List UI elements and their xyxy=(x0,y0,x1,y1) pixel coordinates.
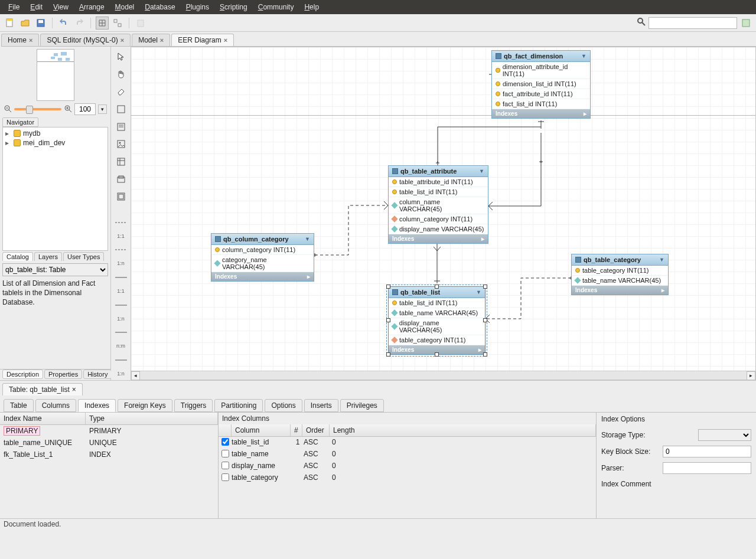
menu-database[interactable]: Database xyxy=(140,1,180,13)
tab-description[interactable]: Description xyxy=(2,370,43,379)
close-icon[interactable]: × xyxy=(72,385,76,394)
note-tool-icon[interactable] xyxy=(115,120,128,133)
column-checkbox[interactable] xyxy=(221,473,229,481)
navigator-tab[interactable]: Navigator xyxy=(2,117,38,127)
resize-handle[interactable] xyxy=(435,352,439,357)
close-icon[interactable]: × xyxy=(29,37,32,44)
pointer-tool-icon[interactable] xyxy=(115,50,128,63)
new-document-icon[interactable] xyxy=(4,17,17,30)
catalog-item[interactable]: ▸mydb xyxy=(5,129,105,138)
expand-icon[interactable]: ▸ xyxy=(481,236,484,242)
menu-view[interactable]: View xyxy=(48,1,73,13)
rel-1-n-solid-icon[interactable] xyxy=(115,299,128,312)
expand-icon[interactable]: ▸ xyxy=(478,346,481,353)
catalog-item[interactable]: ▸mei_dim_dev xyxy=(5,138,105,148)
col-head-order[interactable]: Order xyxy=(302,424,330,436)
close-icon[interactable]: × xyxy=(224,37,227,44)
menu-help[interactable]: Help xyxy=(299,1,324,13)
expand-icon[interactable]: ▸ xyxy=(662,287,664,293)
menu-edit[interactable]: Edit xyxy=(25,1,47,13)
menu-plugins[interactable]: Plugins xyxy=(181,1,214,13)
index-column-row[interactable]: table_nameASC0 xyxy=(219,449,596,460)
expand-icon[interactable]: ▸ xyxy=(307,273,310,280)
save-icon[interactable] xyxy=(34,17,47,30)
tab-properties[interactable]: Properties xyxy=(44,370,82,379)
chevron-down-icon[interactable]: ▼ xyxy=(305,236,310,242)
image-tool-icon[interactable] xyxy=(115,138,128,151)
col-head-num[interactable]: # xyxy=(291,424,302,436)
index-row[interactable]: table_name_UNIQUEUNIQUE xyxy=(0,437,218,449)
tab-privileges[interactable]: Privileges xyxy=(340,399,384,412)
chevron-down-icon[interactable]: ▼ xyxy=(581,53,586,59)
col-head-type[interactable]: Type xyxy=(86,413,218,424)
view-tool-icon[interactable] xyxy=(115,173,128,186)
tab-history[interactable]: History xyxy=(83,370,112,379)
entity-qb-column-category[interactable]: qb_column_category▼ column_category INT(… xyxy=(211,233,314,282)
editor-tab[interactable]: Table: qb_table_list× xyxy=(2,383,83,395)
resize-handle[interactable] xyxy=(483,318,487,322)
rel-1-1-solid-icon[interactable] xyxy=(115,271,128,284)
entity-qb-table-category[interactable]: qb_table_category▼ table_category INT(11… xyxy=(571,254,669,295)
tab-layers[interactable]: Layers xyxy=(34,252,62,261)
resize-handle[interactable] xyxy=(483,285,487,289)
zoom-input[interactable] xyxy=(74,103,96,115)
zoom-in-icon[interactable] xyxy=(64,104,72,115)
column-checkbox[interactable] xyxy=(221,450,229,457)
rel-1-n-icon[interactable] xyxy=(115,244,128,257)
horizontal-scrollbar[interactable]: ◂ ▸ xyxy=(131,371,755,380)
scroll-right-icon[interactable]: ▸ xyxy=(747,371,755,380)
rel-pick-icon[interactable] xyxy=(115,354,128,367)
tab-catalog[interactable]: Catalog xyxy=(2,252,33,261)
storage-type-select[interactable] xyxy=(698,429,751,441)
tab-triggers[interactable]: Triggers xyxy=(174,399,213,412)
routine-tool-icon[interactable] xyxy=(115,190,128,203)
expand-icon[interactable]: ▸ xyxy=(584,110,586,117)
zoom-out-icon[interactable] xyxy=(4,104,12,115)
tab-inserts[interactable]: Inserts xyxy=(304,399,338,412)
dropdown-icon[interactable]: ▾ xyxy=(98,104,107,114)
tab-options[interactable]: Options xyxy=(265,399,302,412)
align-icon[interactable] xyxy=(111,17,124,30)
tab-eer-diagram[interactable]: EER Diagram× xyxy=(171,34,234,46)
tab-table[interactable]: Table xyxy=(4,399,34,412)
search-input[interactable] xyxy=(649,17,737,29)
menu-scripting[interactable]: Scripting xyxy=(215,1,252,13)
tab-columns[interactable]: Columns xyxy=(35,399,76,412)
col-head-index-name[interactable]: Index Name xyxy=(0,413,86,424)
index-column-row[interactable]: table_categoryASC0 xyxy=(219,472,596,484)
index-column-row[interactable]: table_list_id1ASC0 xyxy=(219,437,596,449)
tab-model[interactable]: Model× xyxy=(132,34,170,46)
entity-qb-table-attribute[interactable]: qb_table_attribute▼ table_attribute_id I… xyxy=(388,165,488,244)
column-checkbox[interactable] xyxy=(221,462,229,469)
zoom-slider[interactable] xyxy=(14,108,61,110)
hand-tool-icon[interactable] xyxy=(115,68,128,81)
redo-icon[interactable] xyxy=(73,17,86,30)
key-block-size-input[interactable] xyxy=(663,446,751,457)
tab-home[interactable]: Home× xyxy=(1,34,39,46)
tab-sql-editor[interactable]: SQL Editor (MySQL-0)× xyxy=(40,34,131,46)
parser-input[interactable] xyxy=(663,462,751,474)
col-head-length[interactable]: Length xyxy=(330,424,596,436)
search-go-icon[interactable] xyxy=(739,17,752,30)
resize-handle[interactable] xyxy=(386,285,390,289)
chevron-down-icon[interactable]: ▼ xyxy=(659,257,664,263)
chevron-down-icon[interactable]: ▼ xyxy=(476,289,481,295)
entity-qb-table-list[interactable]: qb_table_list▼ table_list_id INT(11) tab… xyxy=(388,286,485,355)
open-icon[interactable] xyxy=(19,17,32,30)
grid-toggle-icon[interactable] xyxy=(96,17,109,30)
menu-file[interactable]: File xyxy=(4,1,24,13)
eraser-tool-icon[interactable] xyxy=(115,85,128,98)
table-tool-icon[interactable] xyxy=(115,155,128,168)
object-select[interactable]: qb_table_list: Table xyxy=(2,263,108,276)
close-icon[interactable]: × xyxy=(120,37,124,44)
index-column-row[interactable]: display_nameASC0 xyxy=(219,460,596,472)
tab-partitioning[interactable]: Partitioning xyxy=(214,399,263,412)
rel-n-m-icon[interactable] xyxy=(115,326,128,339)
undo-icon[interactable] xyxy=(57,17,70,30)
menu-arrange[interactable]: Arrange xyxy=(74,1,109,13)
close-icon[interactable]: × xyxy=(160,37,164,44)
birdseye-view[interactable] xyxy=(37,49,74,101)
tab-foreign-keys[interactable]: Foreign Keys xyxy=(118,399,172,412)
col-head-column[interactable]: Column xyxy=(232,424,291,436)
property-selector[interactable]: qb_table_list: Table xyxy=(2,263,108,276)
